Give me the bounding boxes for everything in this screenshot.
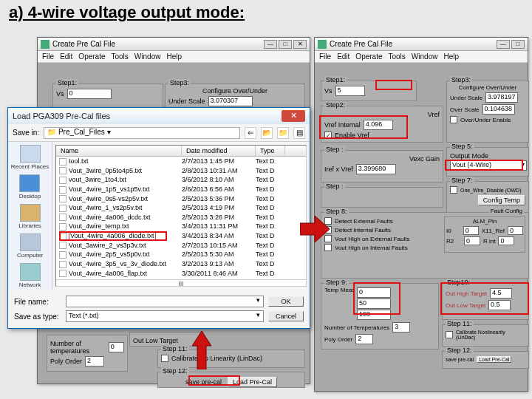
under-scale-input[interactable]: 3.070307 xyxy=(208,96,253,106)
close-icon[interactable]: ✕ xyxy=(282,110,305,122)
file-row[interactable]: tool.txt2/7/2013 1:45 PMText D xyxy=(56,157,306,166)
step1-label: Step1: xyxy=(56,79,78,86)
menu-help[interactable]: Help xyxy=(443,52,459,61)
menu-operate[interactable]: Operate xyxy=(78,52,105,61)
menu-window[interactable]: Window xyxy=(134,52,161,61)
file-row[interactable]: Vout_4wire_1p5_vs1p5v.txt2/6/2013 6:56 A… xyxy=(56,185,306,194)
alm-label: ALM_Pin xyxy=(446,218,523,225)
nt-label: Number of Temperatures xyxy=(324,324,389,331)
over-scale-input[interactable]: 0.104638 xyxy=(482,104,515,115)
f3-label: Vout High on External Faults xyxy=(335,236,409,242)
cfg-ou-label: Configure Over/Under xyxy=(168,87,301,95)
rint-input[interactable]: 0 xyxy=(498,236,514,245)
menu-help[interactable]: Help xyxy=(166,52,182,61)
max-button[interactable]: □ xyxy=(279,40,292,49)
file-row[interactable]: Vout_4wire_0s5-vs2p5v.txt2/5/2013 5:36 P… xyxy=(56,194,306,204)
scroll-hint: III xyxy=(56,279,306,287)
place-libraries[interactable]: Libraries xyxy=(18,204,41,229)
min-button[interactable]: — xyxy=(497,40,510,49)
cal-nl-label: Calibrate Nonlinearity (LinDac) xyxy=(456,330,525,340)
folder-dropdown[interactable]: 📁 Pre_Cal_Files ▾ xyxy=(44,127,240,139)
places-bar: Recent Places Desktop Libraries Computer… xyxy=(8,142,52,290)
filename-input[interactable] xyxy=(66,296,264,307)
menu-bar: File Edit Operate Tools Window Help xyxy=(38,51,310,63)
under-scale-label: Under Scale xyxy=(168,98,205,105)
fault-config-label: Fault Config xyxy=(489,208,524,214)
file-list[interactable]: Name Date modified Type tool.txt2/7/2013… xyxy=(55,145,307,287)
up-icon[interactable]: 📂 xyxy=(261,127,273,139)
nt-input[interactable]: 3 xyxy=(392,322,410,332)
highlight-output-mode xyxy=(445,160,523,171)
right-arrow-icon xyxy=(300,214,330,244)
vs-input[interactable]: 0 xyxy=(67,89,112,99)
saveastype-select[interactable]: Text (*.txt) xyxy=(66,310,264,322)
config-temp-button[interactable]: Config Temp xyxy=(478,195,525,205)
num-temp-input[interactable]: 0 xyxy=(109,342,124,352)
max-button[interactable]: □ xyxy=(511,40,525,49)
i0-input[interactable]: 0 xyxy=(463,226,479,235)
cancel-button[interactable]: Cancel xyxy=(268,311,304,321)
highlight-file-row xyxy=(59,231,167,241)
place-desktop[interactable]: Desktop xyxy=(19,174,41,200)
place-recent[interactable]: Recent Places xyxy=(11,145,50,170)
window-title: Create Pre Cal File xyxy=(330,40,392,48)
back-icon[interactable]: ⇐ xyxy=(245,127,256,139)
place-computer[interactable]: Computer xyxy=(17,233,43,259)
file-row[interactable]: Vout_3awire_2_vs3p3v.txt2/7/2013 10:15 A… xyxy=(56,241,306,250)
menu-operate[interactable]: Operate xyxy=(355,52,382,61)
views-icon[interactable]: ▤ xyxy=(293,127,305,139)
chk-f4[interactable] xyxy=(324,244,332,251)
col-type[interactable]: Type xyxy=(256,146,285,156)
ok-button[interactable]: OK xyxy=(268,296,304,307)
file-row[interactable]: Vout_4wire_4a006_dcdc.txt2/5/2013 3:26 P… xyxy=(56,213,306,222)
load-precal-button[interactable]: Load Pre-Cal xyxy=(477,356,511,363)
file-row[interactable]: Vout_4wire_temp.txt3/4/2013 11:31 PMText… xyxy=(56,222,306,231)
owd-label: One_Wire_Disable (OWD) xyxy=(460,188,521,193)
ivref-input[interactable]: 3.399680 xyxy=(356,164,396,174)
file-row[interactable]: vout_3wire_1to4.txt3/6/2012 8:10 AMText … xyxy=(56,175,306,185)
r2-input[interactable]: 0 xyxy=(464,236,480,245)
poly-label: Poly Order xyxy=(324,336,352,343)
under-scale-input[interactable]: 3.978197 xyxy=(485,92,518,103)
menu-tools[interactable]: Tools xyxy=(112,52,129,61)
col-date[interactable]: Date modified xyxy=(182,146,256,156)
menu-tools[interactable]: Tools xyxy=(389,52,406,61)
min-button[interactable]: — xyxy=(264,40,277,49)
col-name[interactable]: Name xyxy=(56,146,182,156)
file-row[interactable]: Vout_4wire_4a006_flap.txt3/30/2011 8:46 … xyxy=(56,269,306,279)
file-row[interactable]: Vout_4wire_1_vs2p5v.txt2/5/2013 4:19 PMT… xyxy=(56,203,306,213)
vs-label: Vs xyxy=(324,87,332,95)
highlight-temp-meas xyxy=(353,282,400,315)
cal-nl-chk[interactable] xyxy=(446,331,453,338)
step11-label: Step 11: xyxy=(161,345,189,352)
menu-file[interactable]: File xyxy=(319,52,331,61)
f1-label: Detect External Faults xyxy=(335,218,393,225)
svg-marker-1 xyxy=(192,331,211,369)
newfolder-icon[interactable]: 📁 xyxy=(277,127,289,139)
ou-enable-chk[interactable] xyxy=(450,116,457,123)
num-temp-label: Number of temperatures xyxy=(50,340,106,355)
vref-label: Vref xyxy=(428,111,440,118)
file-row[interactable]: Vout_4wire_3p5_vs_3v_diode.txt3/2/2013 9… xyxy=(56,259,306,269)
step-label: Step : xyxy=(324,146,345,153)
menu-file[interactable]: File xyxy=(42,52,54,61)
cal-lin-chk[interactable] xyxy=(161,355,168,362)
menu-edit[interactable]: Edit xyxy=(337,52,349,61)
highlight-vref xyxy=(319,115,408,139)
menu-bar: File Edit Operate Tools Window Help xyxy=(315,51,528,63)
file-row[interactable]: Vout_3wire_0p5to4p5.txt2/8/2013 10:31 AM… xyxy=(56,166,306,176)
menu-edit[interactable]: Edit xyxy=(60,52,72,61)
file-row[interactable]: Vout_4wire_2p5_vs5p0v.txt2/5/2013 5:30 A… xyxy=(56,250,306,259)
f4-label: Vout High on Internal Faults xyxy=(335,245,408,251)
place-network[interactable]: Network xyxy=(19,263,41,288)
vs-input[interactable]: 5 xyxy=(335,86,365,96)
cfg-ou-label: Configure Over/Under xyxy=(450,84,525,91)
highlight-load-precal xyxy=(188,375,240,386)
menu-window[interactable]: Window xyxy=(412,52,438,61)
x11-input[interactable]: 0 xyxy=(508,226,523,235)
poly-input[interactable]: 2 xyxy=(355,334,373,344)
poly-input[interactable]: 2 xyxy=(85,356,104,366)
owd-chk[interactable] xyxy=(450,186,457,194)
vs-label: Vs xyxy=(56,90,64,98)
close-button[interactable]: ✕ xyxy=(293,40,307,49)
